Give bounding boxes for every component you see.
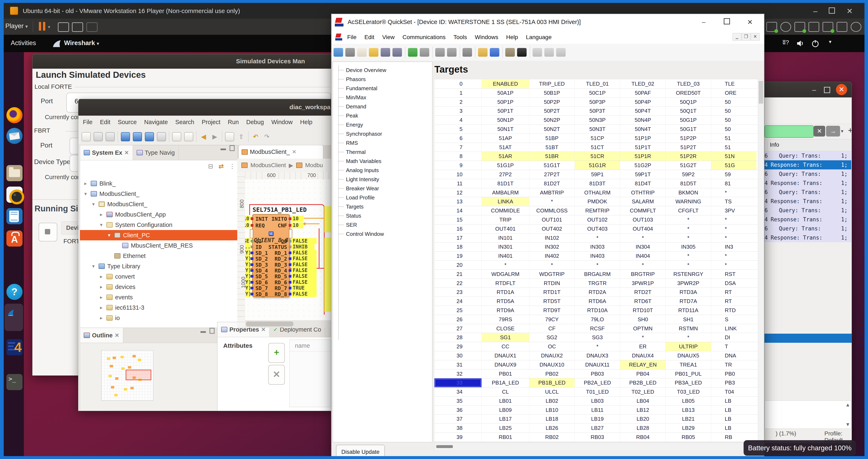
table-cell[interactable]: 51G2T: [665, 161, 711, 170]
table-cell[interactable]: LB27: [575, 424, 620, 432]
expander-icon[interactable]: ▾: [91, 201, 96, 207]
table-cell[interactable]: RTD7A: [665, 297, 711, 306]
row-number[interactable]: 18: [434, 242, 482, 251]
packet-bytes-pane[interactable]: ▲ ▼: [765, 400, 851, 429]
pin-req[interactable]: REQ: [255, 223, 265, 229]
pin-rd_7[interactable]: RD_7: [275, 285, 287, 291]
table-cell[interactable]: 79LO: [575, 315, 620, 324]
table-cell[interactable]: IN301: [482, 242, 529, 251]
table-cell[interactable]: OUT401: [482, 224, 529, 233]
table-cell[interactable]: TRIP: [482, 215, 529, 224]
table-cell[interactable]: SG2: [529, 333, 575, 342]
fb-canvas[interactable]: SEL751A_PB1_LED SE CLIENT_8_8 INIT10REQ1…: [245, 179, 333, 320]
pin-value[interactable]: FALSE: [291, 262, 317, 268]
table-cell[interactable]: DNAUX4: [620, 351, 665, 360]
table-cell[interactable]: SALARM: [620, 197, 665, 206]
menu-edit[interactable]: Edit: [364, 34, 374, 40]
table-cell[interactable]: 50N4T: [620, 125, 665, 134]
pin-sd_4[interactable]: SD_4: [255, 268, 268, 274]
table-cell[interactable]: IN3: [711, 242, 756, 251]
pin-value[interactable]: FALSE: [291, 291, 317, 297]
tree-item-modbusclient-[interactable]: ▾ModbusClient_: [80, 199, 238, 209]
table-cell[interactable]: LB17: [482, 414, 529, 424]
row-number[interactable]: 0: [434, 80, 482, 88]
table-hscrollbar[interactable]: [434, 443, 765, 451]
write-device-icon[interactable]: [490, 48, 499, 57]
table-cell[interactable]: OTHTRIP: [620, 188, 665, 197]
table-cell[interactable]: DNAUX10: [529, 360, 575, 369]
selected-detail-row[interactable]: [752, 334, 852, 343]
nav-item-light-intensity[interactable]: Light Intensity: [333, 175, 432, 184]
row-number[interactable]: 17: [434, 233, 482, 242]
table-cell[interactable]: BRGALRM: [575, 270, 620, 279]
table-cell[interactable]: WDGTRIP: [529, 270, 575, 279]
table-cell[interactable]: 27P2: [482, 170, 529, 179]
menu-windows[interactable]: Windows: [475, 34, 498, 40]
table-cell[interactable]: 50N4P: [620, 116, 665, 124]
menu-communications[interactable]: Communications: [403, 34, 446, 40]
nav-item-status[interactable]: Status: [333, 211, 432, 220]
table-cell[interactable]: LB29: [665, 424, 711, 432]
pin-sd_3[interactable]: SD_3: [255, 262, 268, 268]
table-cell[interactable]: RTD: [711, 306, 756, 315]
filter-dropdown-icon[interactable]: ▾: [841, 128, 843, 134]
tree-item-io[interactable]: ▸io: [80, 313, 238, 323]
clear-filter-icon[interactable]: ✕: [814, 126, 825, 137]
menu-file[interactable]: File: [347, 34, 356, 40]
table-cell[interactable]: RTD2A: [575, 288, 620, 297]
restore-icon[interactable]: [826, 7, 838, 16]
table-cell[interactable]: TS: [711, 197, 756, 206]
table-cell[interactable]: 50G1P: [665, 116, 711, 124]
nav-item-phasors[interactable]: Phasors: [333, 75, 432, 84]
network-question-icon[interactable]: ʬ?: [783, 39, 789, 46]
packet-row[interactable]: 64Response: Trans:1;: [753, 197, 851, 206]
pin-value[interactable]: ND (ANY): [245, 273, 250, 279]
tree-item-events[interactable]: ▸events: [80, 292, 238, 303]
table-cell[interactable]: LB03: [575, 397, 620, 405]
mdi-minimize-icon[interactable]: ‗: [733, 33, 741, 40]
quickset-titlebar[interactable]: AcSELerator® QuickSet - [Device ID: WATE…: [332, 14, 764, 31]
volume-icon[interactable]: [796, 40, 805, 47]
outline-minimap[interactable]: [101, 350, 153, 401]
row-number[interactable]: 5: [434, 125, 482, 134]
table-cell[interactable]: S: [711, 315, 756, 324]
table-cell[interactable]: PB1A_LED: [482, 378, 529, 387]
pin-value[interactable]: FALSE: [291, 273, 317, 279]
table-cell[interactable]: 51G1P: [482, 161, 529, 170]
tree-item-devices[interactable]: ▸devices: [80, 282, 238, 292]
table-cell[interactable]: RTD2T: [620, 288, 665, 297]
table-cell[interactable]: WARNING: [665, 197, 711, 206]
table-cell[interactable]: LB13: [665, 406, 711, 414]
table-cell[interactable]: T04: [711, 388, 756, 396]
table-cell[interactable]: 3PWR1P: [620, 279, 665, 288]
table-cell[interactable]: 81D2T: [529, 179, 575, 188]
table-cell[interactable]: *: [575, 261, 620, 269]
table-cell[interactable]: LB21: [665, 414, 711, 424]
row-number[interactable]: 23: [434, 288, 482, 297]
table-cell[interactable]: 51N: [711, 152, 756, 161]
table-cell[interactable]: OUT103: [620, 215, 665, 224]
row-number[interactable]: 26: [434, 315, 482, 324]
pin-sd_2[interactable]: SD_2: [255, 256, 268, 262]
table-cell[interactable]: PB0: [711, 369, 756, 378]
table-cell[interactable]: RT: [711, 288, 756, 297]
help-icon[interactable]: ?: [6, 284, 23, 300]
table-cell[interactable]: RTD10T: [620, 306, 665, 315]
row-number[interactable]: 9: [434, 161, 482, 170]
table-cell[interactable]: 50: [711, 97, 756, 107]
table-cell[interactable]: CL: [482, 388, 529, 396]
tree-item-convert[interactable]: ▸convert: [80, 271, 238, 282]
table-cell[interactable]: RB04: [620, 433, 665, 441]
table-cell[interactable]: *: [482, 261, 529, 269]
row-number[interactable]: 11: [434, 179, 482, 188]
table-cell[interactable]: T02_LED: [620, 388, 665, 396]
editor-tab[interactable]: ModbusClient_✕: [239, 145, 323, 159]
table-cell[interactable]: 51CP: [575, 134, 620, 143]
row-number[interactable]: 39: [434, 433, 482, 441]
table-cell[interactable]: 51: [711, 134, 756, 143]
table-cell[interactable]: *: [711, 261, 756, 269]
packet-row[interactable]: 66Query: Trans:1;: [753, 206, 851, 215]
tree-item-mbusclient-emb-res[interactable]: MbusClient_EMB_RES: [80, 240, 238, 251]
table-cell[interactable]: LB04: [620, 397, 665, 405]
table-cell[interactable]: RTD5T: [529, 297, 575, 306]
